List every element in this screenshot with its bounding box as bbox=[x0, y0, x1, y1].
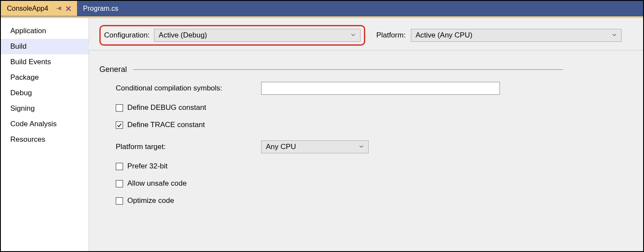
define-trace-label: Define TRACE constant bbox=[127, 121, 205, 129]
sidebar: Application Build Build Events Package D… bbox=[1, 18, 89, 251]
prefer-32bit-label: Prefer 32-bit bbox=[127, 162, 168, 171]
platform-select[interactable]: Active (Any CPU) bbox=[411, 29, 622, 42]
sidebar-item-label: Build Events bbox=[10, 58, 51, 66]
chevron-down-icon bbox=[351, 31, 356, 40]
divider bbox=[89, 50, 643, 50]
chevron-down-icon bbox=[612, 31, 617, 40]
close-icon[interactable] bbox=[66, 6, 71, 11]
platform-target-value: Any CPU bbox=[266, 143, 296, 151]
platform-target-label: Platform target: bbox=[116, 143, 253, 151]
sidebar-item-label: Application bbox=[10, 27, 46, 35]
section-title: General bbox=[99, 65, 127, 74]
section-general-header: General bbox=[99, 65, 633, 74]
sidebar-item-debug[interactable]: Debug bbox=[1, 85, 89, 101]
sidebar-item-resources[interactable]: Resources bbox=[1, 132, 89, 147]
configuration-value: Active (Debug) bbox=[159, 31, 207, 40]
sidebar-item-signing[interactable]: Signing bbox=[1, 101, 89, 116]
tab-active[interactable]: ConsoleApp4 bbox=[1, 1, 77, 16]
optimize-code-label: Optimize code bbox=[127, 196, 174, 205]
sidebar-item-build-events[interactable]: Build Events bbox=[1, 54, 89, 70]
configuration-label: Configuration: bbox=[104, 31, 150, 40]
platform-label: Platform: bbox=[376, 31, 406, 40]
tabstrip: ConsoleApp4 Program.cs bbox=[1, 1, 643, 16]
section-rule bbox=[133, 69, 563, 70]
platform-target-select[interactable]: Any CPU bbox=[261, 140, 369, 153]
pin-icon[interactable] bbox=[56, 6, 62, 11]
define-debug-checkbox[interactable] bbox=[116, 104, 123, 112]
allow-unsafe-checkbox[interactable] bbox=[116, 180, 123, 187]
chevron-down-icon bbox=[359, 143, 364, 151]
configuration-highlight: Configuration: Active (Debug) bbox=[99, 25, 365, 46]
tab-title: ConsoleApp4 bbox=[7, 5, 48, 12]
sidebar-item-label: Debug bbox=[10, 89, 32, 97]
prefer-32bit-checkbox[interactable] bbox=[116, 163, 123, 170]
define-debug-label: Define DEBUG constant bbox=[127, 103, 206, 112]
optimize-code-checkbox[interactable] bbox=[116, 197, 123, 205]
sidebar-item-build[interactable]: Build bbox=[1, 39, 89, 54]
sidebar-item-label: Package bbox=[10, 73, 39, 81]
sidebar-item-label: Resources bbox=[10, 135, 45, 143]
sidebar-item-label: Signing bbox=[10, 104, 35, 112]
define-trace-checkbox[interactable] bbox=[116, 121, 123, 129]
tab-program[interactable]: Program.cs bbox=[77, 1, 124, 16]
configuration-select[interactable]: Active (Debug) bbox=[154, 29, 361, 42]
sidebar-item-label: Code Analysis bbox=[10, 120, 57, 128]
conditional-symbols-label: Conditional compilation symbols: bbox=[116, 84, 253, 93]
sidebar-item-application[interactable]: Application bbox=[1, 23, 89, 39]
main-panel: Configuration: Active (Debug) Platform: … bbox=[89, 18, 643, 251]
platform-value: Active (Any CPU) bbox=[416, 31, 472, 40]
allow-unsafe-label: Allow unsafe code bbox=[127, 179, 187, 188]
sidebar-item-code-analysis[interactable]: Code Analysis bbox=[1, 116, 89, 132]
conditional-symbols-input[interactable] bbox=[261, 82, 500, 95]
sidebar-item-package[interactable]: Package bbox=[1, 70, 89, 85]
tab-title: Program.cs bbox=[83, 5, 118, 12]
sidebar-item-label: Build bbox=[10, 42, 27, 50]
